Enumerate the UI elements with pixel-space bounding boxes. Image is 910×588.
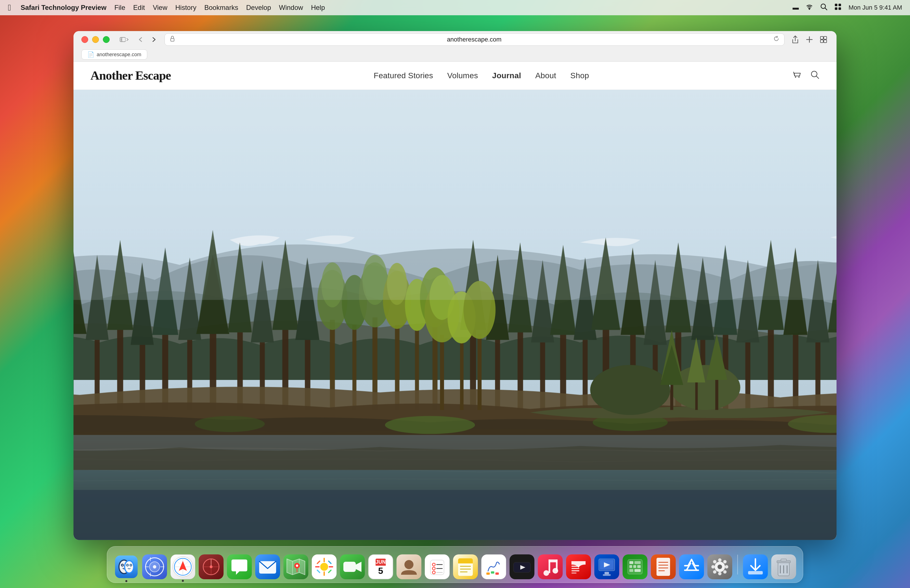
dock-item-download[interactable] <box>743 554 768 579</box>
new-tab-button[interactable] <box>804 34 814 45</box>
menubar-bookmarks[interactable]: Bookmarks <box>200 0 242 15</box>
apple-menu-icon[interactable]:  <box>8 3 11 13</box>
maximize-button[interactable] <box>103 36 110 43</box>
svg-point-277 <box>718 558 722 562</box>
dock-item-appstore[interactable] <box>679 554 704 579</box>
svg-rect-15 <box>820 36 823 39</box>
dock-item-launchpad[interactable] <box>142 554 167 579</box>
dock-item-reminders[interactable] <box>425 554 450 579</box>
browser-nav-buttons <box>136 34 159 45</box>
menubar-datetime[interactable]: Mon Jun 5 9:41 AM <box>848 4 902 11</box>
menubar-view[interactable]: View <box>149 0 172 15</box>
dock-item-maps[interactable] <box>283 554 308 579</box>
svg-rect-197 <box>160 567 164 567</box>
svg-rect-6 <box>839 7 841 10</box>
control-center-icon[interactable] <box>834 3 842 12</box>
dock: JUN 5 <box>107 546 803 583</box>
svg-rect-250 <box>549 559 557 562</box>
forward-button[interactable] <box>149 34 159 45</box>
dock-item-mail[interactable] <box>255 554 280 579</box>
svg-point-279 <box>711 565 715 569</box>
svg-rect-18 <box>824 40 827 43</box>
site-logo[interactable]: Another Escape <box>91 68 171 83</box>
dock-item-freeform[interactable] <box>481 554 506 579</box>
svg-line-22 <box>816 76 819 79</box>
close-button[interactable] <box>81 36 88 43</box>
svg-marker-227 <box>356 562 361 572</box>
menubar-edit[interactable]: Edit <box>129 0 149 15</box>
reload-icon[interactable] <box>774 36 779 43</box>
dock-item-systemprefs[interactable] <box>708 554 732 579</box>
sidebar-toggle-button[interactable] <box>120 36 130 44</box>
dock-item-calendar[interactable]: JUN 5 <box>368 554 393 579</box>
url-text[interactable]: anotherescape.com <box>178 36 770 43</box>
svg-rect-221 <box>329 566 333 567</box>
dock-item-trash[interactable] <box>771 554 796 579</box>
svg-rect-224 <box>317 569 321 573</box>
nav-about[interactable]: About <box>535 71 556 80</box>
nav-shop[interactable]: Shop <box>570 71 589 80</box>
svg-rect-12 <box>171 39 174 41</box>
share-button[interactable] <box>790 34 800 45</box>
svg-point-228 <box>405 560 413 569</box>
dock-item-finder[interactable] <box>114 554 139 579</box>
site-navigation: Another Escape Featured Stories Volumes … <box>73 61 837 90</box>
svg-point-276 <box>717 565 722 569</box>
svg-rect-264 <box>629 565 632 568</box>
svg-rect-253 <box>572 568 579 569</box>
calendar-day: 5 <box>378 566 383 575</box>
menubar-window[interactable]: Window <box>275 0 307 15</box>
dock-item-pages[interactable] <box>651 554 676 579</box>
active-tab[interactable]: 📄 anotherescape.com <box>81 49 147 60</box>
search-site-icon[interactable] <box>810 70 819 82</box>
minimize-button[interactable] <box>92 36 99 43</box>
svg-rect-177 <box>73 90 837 240</box>
dock-item-instruments[interactable] <box>199 554 223 579</box>
nav-volumes[interactable]: Volumes <box>447 71 478 80</box>
menubar-develop[interactable]: Develop <box>242 0 275 15</box>
dock-item-keynote[interactable] <box>594 554 619 579</box>
back-button[interactable] <box>136 34 146 45</box>
svg-rect-196 <box>145 567 149 567</box>
wifi-icon <box>805 4 813 11</box>
search-menubar-icon[interactable] <box>820 3 827 12</box>
svg-rect-218 <box>324 558 325 562</box>
svg-rect-3 <box>835 4 837 6</box>
dock-item-news[interactable] <box>566 554 591 579</box>
svg-rect-267 <box>629 569 633 572</box>
svg-rect-243 <box>491 571 494 573</box>
calendar-month: JUN <box>376 559 386 566</box>
menubar-app-name[interactable]: Safari Technology Preview <box>17 0 110 15</box>
svg-rect-219 <box>324 571 325 576</box>
cart-icon[interactable] <box>792 70 802 82</box>
dock-item-facetime[interactable] <box>340 554 365 579</box>
svg-rect-223 <box>328 561 332 564</box>
dock-item-messages[interactable] <box>227 554 252 579</box>
menubar-file[interactable]: File <box>110 0 130 15</box>
svg-rect-238 <box>458 562 473 564</box>
svg-rect-195 <box>150 572 151 577</box>
dock-item-notes[interactable] <box>453 554 478 579</box>
svg-point-20 <box>798 76 800 78</box>
dock-item-numbers[interactable] <box>623 554 648 579</box>
svg-point-281 <box>713 560 716 564</box>
address-bar[interactable]: anotherescape.com <box>165 33 785 46</box>
svg-point-190 <box>130 565 131 566</box>
finder-active-dot <box>125 580 128 582</box>
menubar-history[interactable]: History <box>171 0 200 15</box>
svg-rect-172 <box>460 340 463 410</box>
svg-rect-17 <box>820 40 823 43</box>
dock-item-music[interactable] <box>538 554 563 579</box>
svg-point-19 <box>795 76 796 78</box>
menubar-help[interactable]: Help <box>307 0 329 15</box>
dock-item-photos[interactable] <box>312 554 337 579</box>
dock-item-safari[interactable] <box>170 554 195 579</box>
nav-journal[interactable]: Journal <box>492 71 521 80</box>
dock-item-appletv[interactable] <box>510 554 534 579</box>
svg-rect-220 <box>315 566 320 567</box>
nav-featured-stories[interactable]: Featured Stories <box>374 71 433 80</box>
traffic-lights <box>81 36 110 43</box>
tab-overview-button[interactable] <box>818 34 829 45</box>
dock-item-contacts[interactable] <box>397 554 421 579</box>
svg-point-247 <box>544 570 549 576</box>
